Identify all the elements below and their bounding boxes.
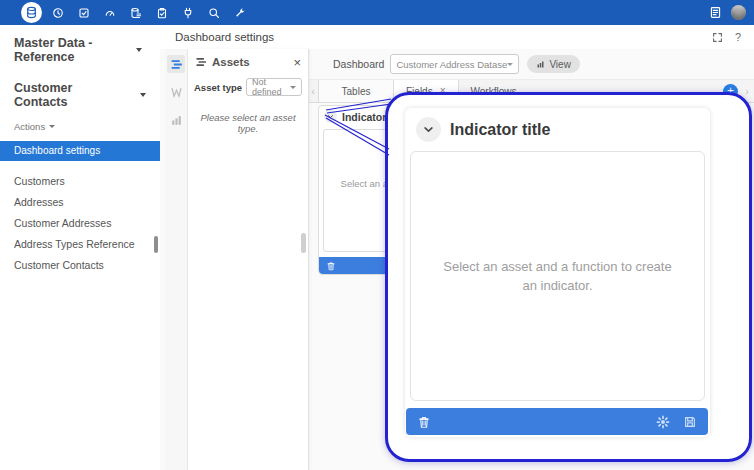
indicator-card-magnified: Indicator title Select an asset and a fu… xyxy=(405,108,710,437)
chevron-down-icon xyxy=(507,63,513,66)
sidebar-item-customers[interactable]: Customers xyxy=(0,171,160,192)
chevron-down-icon xyxy=(290,86,296,89)
left-sidebar: Master Data - Reference Customer Contact… xyxy=(0,25,161,470)
close-icon[interactable]: × xyxy=(293,56,301,69)
dashboard-label: Dashboard xyxy=(333,58,384,70)
notifications-button[interactable] xyxy=(709,6,722,19)
bar-chart-icon xyxy=(170,114,183,127)
gauge-icon xyxy=(104,7,116,19)
data-hub-home-button[interactable] xyxy=(21,2,42,23)
assets-panel-toggle[interactable] xyxy=(167,55,185,73)
fullscreen-button[interactable] xyxy=(712,32,723,43)
assets-panel-title: Assets xyxy=(212,56,288,68)
database-list-icon xyxy=(130,7,142,19)
widgets-icon xyxy=(170,86,183,99)
assets-tree-icon xyxy=(195,56,207,68)
clipboard-check-icon xyxy=(156,7,168,19)
dashboard-toolbar: Dashboard Customer Address Datase View xyxy=(308,49,754,79)
chevron-down-icon xyxy=(136,48,142,52)
indicator-settings-button[interactable] xyxy=(656,415,670,429)
page-title: Dashboard settings xyxy=(175,31,274,43)
page-header: Dashboard settings ? xyxy=(160,25,754,50)
zoom-callout: Indicator title Select an asset and a fu… xyxy=(385,92,752,462)
help-button[interactable]: ? xyxy=(735,31,741,43)
dashboard-select[interactable]: Customer Address Datase xyxy=(390,54,519,74)
expand-icon xyxy=(712,32,723,43)
nav-data-button[interactable] xyxy=(123,7,149,19)
chevron-down-icon xyxy=(140,93,146,97)
nav-tools-button[interactable] xyxy=(227,7,253,19)
save-indicator-button[interactable] xyxy=(683,415,697,429)
charts-panel-toggle[interactable] xyxy=(167,111,185,129)
tab-tables[interactable]: Tables xyxy=(318,80,394,102)
asset-type-label: Asset type xyxy=(194,82,242,93)
chevron-down-icon xyxy=(326,112,335,121)
nav-integration-button[interactable] xyxy=(175,7,201,19)
domain-label: Master Data - Reference xyxy=(14,36,136,64)
sidebar-scrollbar-thumb[interactable] xyxy=(154,236,158,253)
database-icon xyxy=(25,6,38,19)
dashboard-select-value: Customer Address Datase xyxy=(396,59,507,70)
sidebar-item-addresses[interactable]: Addresses xyxy=(0,192,160,213)
save-icon xyxy=(683,415,697,429)
app-top-bar xyxy=(0,0,754,25)
tab-tables-label: Tables xyxy=(342,86,371,97)
tab-scroll-left[interactable]: ‹ xyxy=(308,80,318,102)
entity-selector[interactable]: Customer Contacts xyxy=(0,81,160,109)
clock-icon xyxy=(52,7,64,19)
check-square-icon xyxy=(78,7,90,19)
sidebar-item-customer-addresses[interactable]: Customer Addresses xyxy=(0,213,160,234)
view-button-label: View xyxy=(549,59,571,70)
collapse-button[interactable] xyxy=(416,117,441,142)
assets-scrollbar-thumb[interactable] xyxy=(301,233,306,253)
asset-type-value: Not defined xyxy=(252,77,290,97)
indicator-card-title: Indicator title xyxy=(450,121,550,139)
trash-icon xyxy=(326,261,336,271)
search-icon xyxy=(208,7,220,19)
domain-selector[interactable]: Master Data - Reference xyxy=(0,36,160,64)
view-button[interactable]: View xyxy=(527,55,580,73)
nav-checklist-button[interactable] xyxy=(149,7,175,19)
gear-icon xyxy=(656,415,670,429)
nav-tasks-button[interactable] xyxy=(71,7,97,19)
entity-list: Customers Addresses Customer Addresses A… xyxy=(0,171,160,276)
delete-indicator-button[interactable] xyxy=(326,261,336,271)
form-icon xyxy=(709,6,722,19)
asset-type-select[interactable]: Not defined xyxy=(246,78,302,96)
delete-indicator-button[interactable] xyxy=(417,415,431,429)
assets-panel: Assets × Asset type Not defined Please s… xyxy=(188,49,309,470)
sidebar-item-dashboard-settings[interactable]: Dashboard settings xyxy=(0,141,160,161)
trash-icon xyxy=(417,415,431,429)
entity-label: Customer Contacts xyxy=(14,81,127,109)
actions-label: Actions xyxy=(14,121,45,132)
actions-menu-button[interactable]: Actions xyxy=(0,121,160,132)
plug-icon xyxy=(182,7,194,19)
indicator-card-footer xyxy=(406,408,708,435)
nav-clock-button[interactable] xyxy=(45,7,71,19)
chevron-down-icon xyxy=(421,122,436,137)
indicator-empty-message: Select an asset and a function to create… xyxy=(410,151,705,401)
bar-chart-icon xyxy=(536,60,545,69)
sidebar-item-address-types-reference[interactable]: Address Types Reference xyxy=(0,234,160,255)
collapse-button[interactable] xyxy=(324,110,337,123)
nav-search-button[interactable] xyxy=(201,7,227,19)
user-avatar[interactable] xyxy=(731,5,746,20)
assets-tree-icon xyxy=(170,58,183,71)
wrench-icon xyxy=(234,7,246,19)
panel-icon-strip xyxy=(165,49,188,470)
nav-dashboard-button[interactable] xyxy=(97,7,123,19)
assets-empty-message: Please select an asset type. xyxy=(188,112,308,134)
sidebar-item-customer-contacts[interactable]: Customer Contacts xyxy=(0,255,160,276)
chevron-down-icon xyxy=(49,125,55,128)
widgets-panel-toggle[interactable] xyxy=(167,83,185,101)
